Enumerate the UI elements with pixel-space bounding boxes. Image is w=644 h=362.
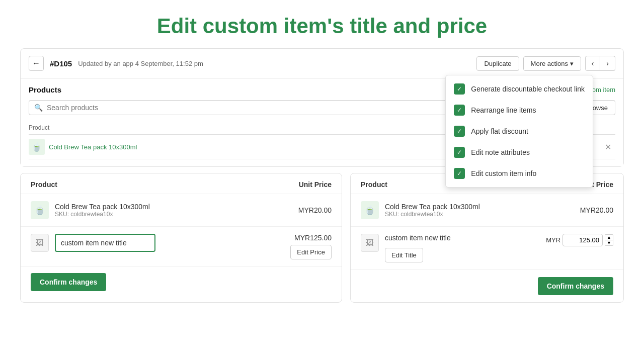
back-button[interactable]: ←	[29, 56, 44, 71]
dropdown-menu: ✓ Generate discountable checkout link ✓ …	[445, 75, 593, 188]
price-decrement-button[interactable]: ▼	[605, 240, 613, 246]
left-product-name: Cold Brew Tea pack 10x300ml	[55, 203, 298, 211]
right-product-name: Cold Brew Tea pack 10x300ml	[385, 203, 580, 211]
price-input[interactable]	[562, 234, 603, 246]
check-icon: ✓	[454, 147, 465, 158]
left-product-sku: SKU: coldbrewtea10x	[55, 211, 298, 218]
left-product-info: Cold Brew Tea pack 10x300ml SKU: coldbre…	[55, 203, 298, 218]
check-icon: ✓	[454, 83, 465, 95]
right-price-input-wrap: MYR ▲ ▼	[546, 234, 613, 246]
right-product-thumbnail: 🍵	[361, 201, 379, 219]
right-product-info: Cold Brew Tea pack 10x300ml SKU: coldbre…	[385, 203, 580, 218]
col-product: Product	[29, 124, 490, 131]
dropdown-item-rearrange[interactable]: ✓ Rearrange line items	[446, 100, 593, 121]
search-icon: 🔍	[34, 104, 43, 112]
next-button[interactable]: ›	[600, 56, 615, 71]
left-panel-header: Product Unit Price	[21, 173, 342, 194]
left-custom-item-content	[55, 234, 284, 252]
dropdown-item-generate[interactable]: ✓ Generate discountable checkout link	[446, 78, 593, 100]
remove-button[interactable]: ✕	[600, 142, 615, 152]
right-product-sku: SKU: coldbrewtea10x	[385, 211, 580, 218]
left-custom-item-thumbnail: 🖼	[31, 234, 49, 252]
left-confirm-changes-button[interactable]: Confirm changes	[31, 273, 106, 291]
right-custom-item-thumbnail: 🖼	[361, 234, 379, 252]
left-custom-price: MYR125.00	[294, 234, 332, 242]
bottom-panels: Product Unit Price 🍵 Cold Brew Tea pack …	[20, 173, 624, 303]
product-cell: 🍵 Cold Brew Tea pack 10x300ml	[29, 139, 490, 155]
order-id: #D105	[50, 59, 72, 68]
edit-price-button[interactable]: Edit Price	[290, 245, 332, 259]
header-actions: Duplicate More actions ▾ ‹ ›	[476, 56, 615, 71]
left-confirm-row: Confirm changes	[21, 267, 342, 297]
left-panel: Product Unit Price 🍵 Cold Brew Tea pack …	[20, 173, 342, 303]
product-thumbnail: 🍵	[29, 139, 45, 155]
right-custom-item-row: 🖼 custom item new title Edit Title MYR ▲…	[351, 227, 623, 270]
dropdown-item-note-attributes[interactable]: ✓ Edit note attributes	[446, 142, 593, 163]
left-product-price: MYR20.00	[298, 206, 332, 214]
right-panel: Product Unit Price 🍵 Cold Brew Tea pack …	[350, 173, 624, 303]
left-custom-item-row: 🖼 MYR125.00 Edit Price	[21, 227, 342, 267]
check-icon: ✓	[454, 126, 465, 137]
nav-arrows: ‹ ›	[585, 56, 615, 71]
right-confirm-changes-button[interactable]: Confirm changes	[538, 277, 613, 295]
product-name-link[interactable]: Cold Brew Tea pack 10x300ml	[49, 143, 137, 151]
dropdown-item-custom-info[interactable]: ✓ Edit custom item info	[446, 163, 593, 184]
more-actions-button[interactable]: More actions ▾	[523, 56, 581, 71]
chevron-down-icon: ▾	[570, 60, 574, 67]
right-confirm-row: Confirm changes	[351, 270, 623, 302]
edit-title-button[interactable]: Edit Title	[385, 248, 423, 262]
price-increment-button[interactable]: ▲	[605, 234, 613, 240]
right-product-row: 🍵 Cold Brew Tea pack 10x300ml SKU: coldb…	[351, 194, 623, 227]
top-card: ← #D105 Updated by an app 4 September, 1…	[20, 48, 624, 167]
right-custom-item-info: custom item new title Edit Title	[385, 234, 540, 262]
price-currency-label: MYR	[546, 236, 560, 244]
products-section-title: Products	[29, 85, 61, 94]
right-custom-item-name: custom item new title	[385, 234, 540, 242]
right-product-price: MYR20.00	[580, 206, 613, 214]
check-icon: ✓	[454, 105, 465, 116]
left-custom-item-price-section: MYR125.00 Edit Price	[290, 234, 332, 259]
order-meta: Updated by an app 4 September, 11:52 pm	[78, 60, 470, 67]
prev-button[interactable]: ‹	[585, 56, 600, 71]
left-product-row: 🍵 Cold Brew Tea pack 10x300ml SKU: coldb…	[21, 194, 342, 227]
left-col-unit-price: Unit Price	[299, 180, 332, 189]
check-icon: ✓	[454, 168, 465, 179]
right-col-product: Product	[361, 180, 387, 189]
page-title: Edit custom item's title and price	[0, 0, 644, 48]
order-header: ← #D105 Updated by an app 4 September, 1…	[21, 49, 623, 78]
custom-title-input[interactable]	[55, 234, 155, 252]
left-product-thumbnail: 🍵	[31, 201, 49, 219]
duplicate-button[interactable]: Duplicate	[476, 56, 519, 71]
left-col-product: Product	[31, 180, 57, 189]
dropdown-item-flat-discount[interactable]: ✓ Apply flat discount	[446, 121, 593, 142]
